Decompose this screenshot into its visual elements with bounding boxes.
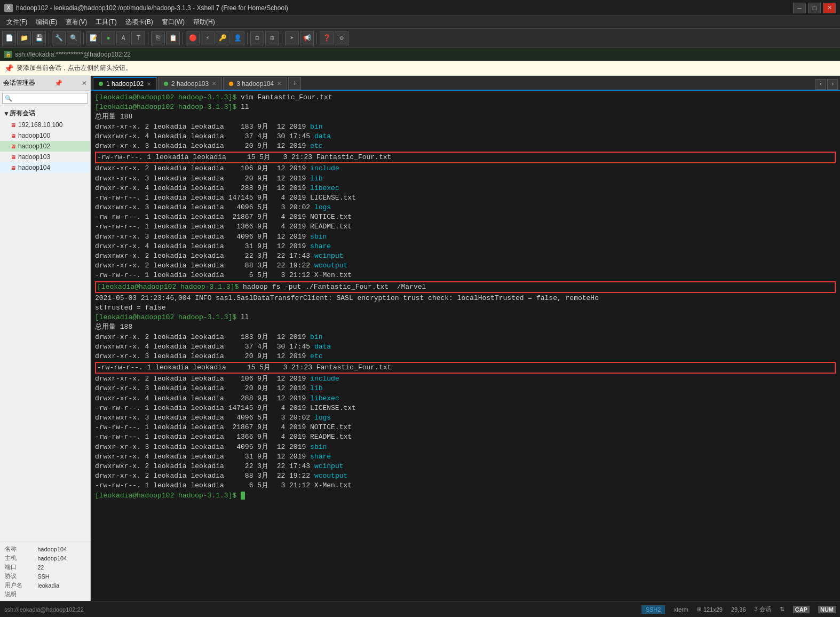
tab-close-icon[interactable]: ✕: [147, 81, 151, 87]
session-info-value: leokadia: [36, 581, 87, 590]
terminal-line: stTrusted = false: [95, 303, 836, 313]
terminal-line: 总用量 188: [95, 322, 836, 332]
sidebar-item-hadoop102[interactable]: 🖥 hadoop102: [0, 141, 90, 152]
num-badge: NUM: [818, 606, 836, 613]
save-button[interactable]: 💾: [32, 31, 46, 45]
ssh-icon: 🔒: [4, 51, 12, 58]
maximize-button[interactable]: □: [808, 3, 821, 13]
terminal-line: drwxr-xr-x. 2 leokadia leokadia 88 3月 22…: [95, 261, 836, 271]
menu-tools[interactable]: 工具(T): [91, 17, 121, 28]
disconnect-button[interactable]: ⚡: [201, 31, 215, 45]
sidebar-close-icon[interactable]: ✕: [82, 80, 87, 87]
terminal-line: drwxr-xr-x. 3 leokadia leokadia 4096 9月 …: [95, 232, 836, 242]
close-button[interactable]: ✕: [823, 3, 836, 13]
terminal-line: drwxr-xr-x. 4 leokadia leokadia 31 9月 12…: [95, 452, 836, 462]
broadcast-button[interactable]: 📢: [300, 31, 314, 45]
sessions-label: 3 会话: [755, 605, 771, 613]
menu-help[interactable]: 帮助(H): [189, 17, 219, 28]
compose-button[interactable]: 📝: [86, 31, 100, 45]
terminal-cmd-highlighted: [leokadia@hadoop102 hadoop-3.1.3]$ hadoo…: [95, 281, 836, 293]
terminal-content[interactable]: [leokadia@hadoop102 hadoop-3.1.3]$ vim F…: [91, 91, 840, 601]
tab-prev-button[interactable]: ‹: [815, 79, 826, 90]
send-button[interactable]: ➤: [285, 31, 299, 45]
tab-hadoop102[interactable]: 1 hadoop102 ✕: [93, 77, 157, 90]
terminal-line: [leokadia@hadoop102 hadoop-3.1.3]$ ll: [95, 102, 836, 112]
properties-button[interactable]: 🔧: [52, 31, 66, 45]
expand-icon: ▼: [3, 110, 10, 117]
session-info-row: 用户名 leokadia: [3, 581, 87, 590]
color-button[interactable]: ●: [101, 31, 115, 45]
session-label: hadoop102: [18, 143, 50, 150]
session-info-key: 协议: [3, 572, 36, 581]
toolbar-separator-7: [316, 33, 317, 44]
cap-badge: CAP: [793, 606, 810, 613]
status-bar: ssh://leokadia@hadoop102:22 SSH2 xterm ⊞…: [0, 601, 840, 617]
sidebar-search-input[interactable]: [2, 93, 88, 104]
menu-view[interactable]: 查看(V): [61, 17, 91, 28]
settings-button[interactable]: ⚙: [335, 31, 348, 45]
sidebar-item-hadoop100[interactable]: 🖥 hadoop100: [0, 130, 90, 141]
terminal-line: drwxr-xr-x. 3 leokadia leokadia 20 9月 12…: [95, 352, 836, 361]
session-info-value: hadoop104: [36, 544, 87, 553]
tab-hadoop103[interactable]: 2 hadoop103 ✕: [158, 77, 222, 90]
session-info-value: SSH: [36, 572, 87, 581]
status-right: SSH2 xterm ⊞ 121x29 29,36 3 会话 ⇅ CAP NUM: [641, 605, 836, 614]
paste-button[interactable]: 📋: [166, 31, 180, 45]
menu-tabs[interactable]: 选项卡(B): [121, 17, 157, 28]
tab-status-dot: [99, 82, 103, 86]
user-button[interactable]: 👤: [231, 31, 244, 45]
session-icon: 🖥: [11, 133, 16, 139]
session-icon: 🖥: [11, 165, 16, 171]
copy-button[interactable]: ⎘: [151, 31, 165, 45]
session-label: hadoop104: [18, 164, 50, 171]
terminal-line: -rw-rw-r--. 1 leokadia leokadia 21867 9月…: [95, 423, 836, 432]
terminal-line: -rw-rw-r--. 1 leokadia leokadia 21867 9月…: [95, 212, 836, 222]
sidebar-group-header[interactable]: ▼ 所有会话: [0, 107, 90, 120]
split-v-button[interactable]: ⊞: [265, 31, 279, 45]
tab-next-button[interactable]: ›: [827, 79, 838, 90]
open-button[interactable]: 📁: [17, 31, 31, 45]
new-session-button[interactable]: 📄: [2, 31, 16, 45]
menu-edit[interactable]: 编辑(E): [31, 17, 61, 28]
session-info-row: 主机 hadoop104: [3, 553, 87, 563]
tab-label: 2 hadoop103: [171, 80, 209, 88]
terminal-line: drwxr-xr-x. 2 leokadia leokadia 88 3月 22…: [95, 471, 836, 481]
session-info-key: 说明: [3, 590, 36, 599]
menu-file[interactable]: 文件(F): [2, 17, 31, 28]
session-info-key: 主机: [3, 553, 36, 563]
sidebar-item-hadoop104[interactable]: 🖥 hadoop104: [0, 162, 90, 173]
terminal-line: drwxr-xr-x. 2 leokadia leokadia 183 9月 1…: [95, 122, 836, 132]
terminal-line: drwxr-xr-x. 3 leokadia leokadia 4096 9月 …: [95, 442, 836, 452]
terminal-line: -rw-rw-r--. 1 leokadia leokadia 147145 9…: [95, 404, 836, 413]
split-h-button[interactable]: ⊟: [250, 31, 264, 45]
sidebar-item-hadoop103[interactable]: 🖥 hadoop103: [0, 152, 90, 162]
scroll-indicator: ⇅: [780, 606, 784, 613]
ssh-version-status: SSH2: [641, 605, 665, 614]
tab-hadoop104[interactable]: 3 hadoop104 ✕: [223, 77, 287, 90]
sidebar-item-192[interactable]: 🖥 192.168.10.100: [0, 120, 90, 130]
connect-button[interactable]: 🔴: [186, 31, 200, 45]
terminal-line: -rw-rw-r--. 1 leokadia leokadia 1366 9月 …: [95, 222, 836, 232]
tab-close-icon[interactable]: ✕: [212, 81, 216, 86]
toolbar-separator-6: [282, 33, 282, 44]
sidebar-pin-icon[interactable]: 📌: [54, 80, 62, 87]
new-tab-button[interactable]: +: [288, 77, 301, 90]
help-button[interactable]: ❓: [320, 31, 334, 45]
terminal-line: drwxr-xr-x. 2 leokadia leokadia 106 9月 1…: [95, 374, 836, 384]
minimize-button[interactable]: ─: [793, 3, 806, 13]
session-info: 名称 hadoop104 主机 hadoop104 端口 22 协议 SSH 用…: [0, 542, 90, 601]
key-button[interactable]: 🔑: [216, 31, 229, 45]
terminal-line: drwxr-xr-x. 4 leokadia leokadia 288 9月 1…: [95, 184, 836, 193]
sidebar-title: 会话管理器: [3, 78, 35, 88]
sidebar-search-area: [0, 91, 90, 106]
terminal-line-highlighted: -rw-rw-r--. 1 leokadia leokadia 15 5月 3 …: [95, 152, 836, 163]
tab-close-icon[interactable]: ✕: [277, 81, 281, 86]
search-button[interactable]: 🔍: [67, 31, 81, 45]
sidebar: 会话管理器 📌 ✕ ▼ 所有会话 🖥 192.168.10.100 🖥 hado…: [0, 76, 91, 601]
toolbar-separator-5: [247, 33, 248, 44]
menu-window[interactable]: 窗口(W): [157, 17, 189, 28]
font-button[interactable]: T: [131, 31, 145, 45]
highlight-button[interactable]: A: [116, 31, 130, 45]
info-icon: 📌: [4, 64, 13, 73]
terminal-line: drwxr-xr-x. 4 leokadia leokadia 288 9月 1…: [95, 394, 836, 404]
